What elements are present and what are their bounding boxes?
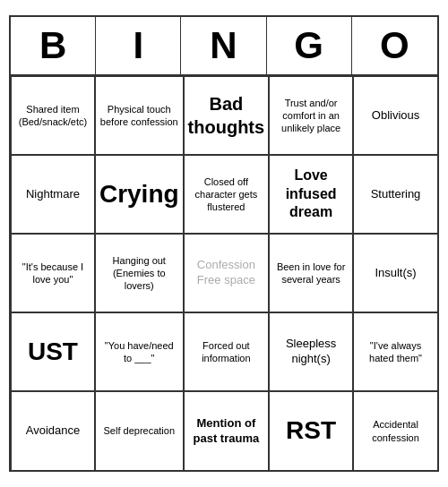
cell-text: "You have/need to ___": [99, 339, 179, 365]
bingo-cell: Nightmare: [11, 155, 95, 234]
cell-text: Physical touch before confession: [99, 103, 179, 129]
header-letter: B: [11, 17, 96, 74]
bingo-cell: UST: [11, 312, 95, 391]
bingo-cell: Self deprecation: [95, 391, 184, 470]
header-letter: O: [352, 17, 437, 74]
bingo-cell: Love infused dream: [269, 155, 353, 234]
cell-text: Confession Free space: [188, 258, 265, 288]
cell-text: Sleepless night(s): [273, 337, 349, 367]
cell-text: Closed off character gets flustered: [188, 175, 265, 214]
cell-text: Shared item (Bed/snack/etc): [15, 103, 90, 129]
cell-text: Crying: [99, 178, 179, 210]
bingo-cell: "It's because I love you": [11, 234, 95, 312]
bingo-cell: Forced out information: [184, 312, 270, 391]
bingo-cell: Confession Free space: [184, 234, 270, 312]
cell-text: Hanging out (Enemies to lovers): [99, 254, 179, 293]
bingo-cell: Hanging out (Enemies to lovers): [95, 234, 184, 312]
cell-text: Accidental confession: [358, 418, 434, 444]
cell-text: Insult(s): [375, 266, 416, 281]
cell-text: Self deprecation: [104, 424, 176, 437]
bingo-cell: Bad thoughts: [184, 76, 270, 155]
bingo-header: BINGO: [11, 17, 437, 76]
bingo-cell: Trust and/or comfort in an unlikely plac…: [269, 76, 353, 155]
bingo-cell: Closed off character gets flustered: [184, 155, 270, 234]
cell-text: Love infused dream: [273, 167, 349, 222]
header-letter: N: [181, 17, 266, 74]
cell-text: Forced out information: [188, 339, 265, 365]
cell-text: Bad thoughts: [188, 92, 265, 139]
cell-text: Nightmare: [26, 187, 80, 202]
bingo-cell: Accidental confession: [353, 391, 437, 470]
bingo-cell: Been in love for several years: [269, 234, 353, 312]
bingo-cell: "I've always hated them": [353, 312, 437, 391]
cell-text: Mention of past trauma: [188, 416, 265, 447]
cell-text: Avoidance: [26, 423, 80, 439]
bingo-cell: Shared item (Bed/snack/etc): [11, 76, 95, 155]
cell-text: Trust and/or comfort in an unlikely plac…: [273, 97, 349, 135]
cell-text: Been in love for several years: [273, 261, 349, 286]
cell-text: Stuttering: [371, 187, 421, 202]
header-letter: I: [96, 17, 181, 74]
bingo-cell: RST: [269, 391, 353, 470]
bingo-cell: Mention of past trauma: [184, 391, 270, 470]
bingo-cell: Insult(s): [353, 234, 437, 312]
cell-text: UST: [28, 336, 78, 368]
bingo-cell: Sleepless night(s): [269, 312, 353, 391]
bingo-cell: Stuttering: [353, 155, 437, 234]
bingo-cell: Crying: [95, 155, 184, 234]
cell-text: Oblivious: [372, 108, 419, 124]
bingo-cell: Physical touch before confession: [95, 76, 184, 155]
cell-text: "I've always hated them": [358, 339, 434, 365]
bingo-cell: Avoidance: [11, 391, 95, 470]
bingo-cell: "You have/need to ___": [95, 312, 184, 391]
bingo-cell: Oblivious: [353, 76, 437, 155]
cell-text: RST: [286, 414, 336, 447]
bingo-card: BINGO Shared item (Bed/snack/etc)Physica…: [9, 15, 439, 472]
header-letter: G: [267, 17, 352, 74]
bingo-grid: Shared item (Bed/snack/etc)Physical touc…: [11, 76, 437, 470]
cell-text: "It's because I love you": [15, 261, 90, 286]
